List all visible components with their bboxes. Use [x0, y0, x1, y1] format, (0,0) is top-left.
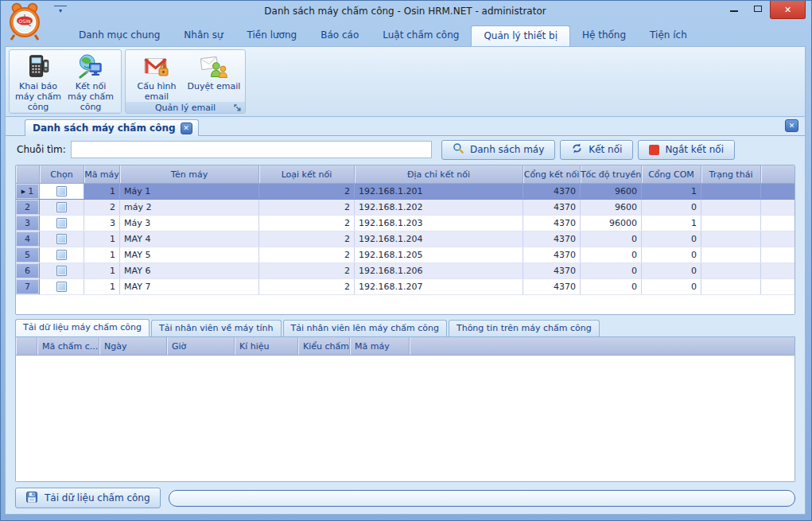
cell-cong-com[interactable]: 0 [642, 279, 701, 294]
cell-loai-ket-noi[interactable]: 2 [259, 200, 355, 215]
cell-dia-chi-ket-noi[interactable]: 192.168.1.206 [355, 263, 523, 278]
cell-loai-ket-noi[interactable]: 2 [259, 279, 355, 294]
cell-dia-chi-ket-noi[interactable]: 192.168.1.203 [355, 216, 523, 231]
ket-noi-may-cham-cong-button[interactable]: Kết nối máy chấm công [64, 52, 117, 112]
ribbon-tab-tien-luong[interactable]: Tiền lương [235, 25, 309, 46]
row-checkbox[interactable] [56, 218, 67, 228]
cell-ma-may[interactable]: 1 [84, 263, 120, 278]
machine-row[interactable]: ▶11Máy 12192.168.1.201437096001 [16, 184, 795, 200]
cell-cong-ket-noi[interactable]: 4370 [523, 263, 581, 278]
cell-dia-chi-ket-noi[interactable]: 192.168.1.201 [355, 184, 523, 199]
cell-ten-may[interactable]: MAY 7 [120, 279, 259, 294]
col-header-dia-chi-ket-noi[interactable]: Địa chỉ kết nối [355, 165, 523, 183]
ngat-ket-noi-button[interactable]: Ngắt kết nối [638, 140, 735, 160]
cell-loai-ket-noi[interactable]: 2 [259, 263, 355, 278]
detail-tab-tai-du-lieu-may-cham-cong[interactable]: Tải dữ liệu máy chấm công [15, 319, 150, 336]
row-checkbox[interactable] [56, 266, 67, 276]
cell-loai-ket-noi[interactable]: 2 [259, 216, 355, 231]
cell-dia-chi-ket-noi[interactable]: 192.168.1.204 [355, 231, 523, 247]
tai-du-lieu-cham-cong-button[interactable]: Tải dữ liệu chấm công [15, 488, 161, 508]
row-checkbox-cell[interactable] [40, 263, 84, 278]
cell-dia-chi-ket-noi[interactable]: 192.168.1.202 [355, 200, 523, 215]
ribbon-tab-he-thong[interactable]: Hệ thống [570, 25, 638, 46]
cell-cong-ket-noi[interactable]: 4370 [523, 184, 581, 199]
row-checkbox-cell[interactable] [40, 231, 84, 247]
cell-ma-may[interactable]: 1 [84, 247, 120, 262]
tab-close-icon[interactable]: ✕ [181, 122, 192, 134]
col-header-ma-may[interactable]: Mã máy [350, 337, 410, 355]
col-header-cong-com[interactable]: Cổng COM [642, 165, 701, 183]
cell-cong-com[interactable]: 0 [642, 263, 701, 278]
col-header-ngay[interactable]: Ngày [99, 337, 167, 355]
row-checkbox[interactable] [56, 186, 67, 196]
machine-row[interactable]: 51MAY 52192.168.1.205437000 [16, 247, 795, 263]
cell-ten-may[interactable]: MAY 5 [120, 247, 259, 262]
cell-loai-ket-noi[interactable]: 2 [259, 184, 355, 199]
cell-dia-chi-ket-noi[interactable]: 192.168.1.205 [355, 247, 523, 262]
detail-tab-tai-nhan-vien-len-may-cham-cong[interactable]: Tải nhân viên lên máy chấm công [283, 320, 447, 336]
cell-loai-ket-noi[interactable]: 2 [259, 247, 355, 262]
ribbon-tab-tien-ich[interactable]: Tiện ích [638, 25, 699, 46]
cell-trang-thai[interactable] [701, 200, 761, 215]
cau-hinh-email-button[interactable]: Cấu hình email [128, 52, 185, 102]
cell-ma-may[interactable]: 2 [84, 200, 120, 215]
row-checkbox-cell[interactable] [40, 200, 84, 215]
col-header-ma-may[interactable]: Mã máy [84, 165, 120, 183]
col-header-toc-do-truyen[interactable]: Tốc độ truyền [581, 165, 642, 183]
machine-row[interactable]: 61MAY 62192.168.1.206437000 [16, 263, 795, 279]
detail-tab-tai-nhan-vien-ve-may-tinh[interactable]: Tải nhân viên về máy tính [151, 320, 282, 336]
cell-toc-do-truyen[interactable]: 9600 [581, 200, 642, 215]
cell-toc-do-truyen[interactable]: 96000 [581, 216, 642, 231]
col-header-trang-thai[interactable]: Trạng thái [701, 165, 761, 183]
ribbon-tab-luat-cham-cong[interactable]: Luật chấm công [371, 25, 471, 46]
cell-cong-com[interactable]: 0 [642, 247, 701, 262]
cell-toc-do-truyen[interactable]: 0 [581, 247, 642, 262]
row-checkbox-cell[interactable] [40, 247, 84, 262]
cell-ma-may[interactable]: 3 [84, 216, 120, 231]
cell-trang-thai[interactable] [701, 279, 761, 294]
cell-cong-com[interactable]: 0 [642, 231, 701, 247]
cell-trang-thai[interactable] [701, 231, 761, 247]
row-checkbox[interactable] [56, 282, 67, 292]
ket-noi-button[interactable]: Kết nối [560, 140, 633, 160]
machine-row[interactable]: 33Máy 32192.168.1.2034370960001 [16, 216, 795, 231]
col-header-kieu-cham[interactable]: Kiểu chấm [298, 337, 350, 355]
panel-close-icon[interactable]: ✕ [785, 119, 798, 132]
cell-cong-ket-noi[interactable]: 4370 [523, 247, 581, 262]
cell-ten-may[interactable]: MAY 4 [120, 231, 259, 247]
ribbon-tab-bao-cao[interactable]: Báo cáo [309, 25, 371, 46]
cell-toc-do-truyen[interactable]: 9600 [581, 184, 642, 199]
col-header-chon[interactable]: Chọn [40, 165, 84, 183]
ribbon-tab-quan-ly-thiet-bi[interactable]: Quản lý thiết bị [471, 25, 570, 46]
cell-trang-thai[interactable] [701, 216, 761, 231]
detail-tab-thong-tin-tren-may-cham-cong[interactable]: Thông tin trên máy chấm công [449, 320, 600, 336]
minimize-button[interactable] [722, 1, 746, 17]
cell-ma-may[interactable]: 1 [84, 184, 120, 199]
col-header-gio[interactable]: Giờ [167, 337, 235, 355]
maximize-button[interactable] [746, 1, 770, 17]
row-checkbox-cell[interactable] [40, 216, 84, 231]
cell-cong-ket-noi[interactable]: 4370 [523, 200, 581, 215]
cell-ten-may[interactable]: Máy 1 [120, 184, 259, 199]
ribbon-tab-nhan-su[interactable]: Nhân sự [172, 25, 235, 46]
row-checkbox-cell[interactable] [40, 279, 84, 294]
cell-cong-com[interactable]: 0 [642, 200, 701, 215]
cell-trang-thai[interactable] [701, 184, 761, 199]
cell-ma-may[interactable]: 1 [84, 231, 120, 247]
cell-toc-do-truyen[interactable]: 0 [581, 279, 642, 294]
cell-toc-do-truyen[interactable]: 0 [581, 231, 642, 247]
machine-row[interactable]: 22máy 22192.168.1.202437096000 [16, 200, 795, 216]
search-input[interactable] [71, 141, 432, 158]
dialog-launcher-icon[interactable] [234, 104, 243, 113]
row-checkbox[interactable] [56, 202, 67, 212]
col-header-loai-ket-noi[interactable]: Loại kết nối [259, 165, 355, 183]
cell-dia-chi-ket-noi[interactable]: 192.168.1.207 [355, 279, 523, 294]
tab-danh-sach-may-cham-cong[interactable]: Danh sách máy chấm công ✕ [25, 119, 199, 136]
row-checkbox[interactable] [56, 250, 67, 260]
cell-toc-do-truyen[interactable]: 0 [581, 263, 642, 278]
cell-cong-com[interactable]: 1 [642, 216, 701, 231]
machine-row[interactable]: 41MAY 42192.168.1.204437000 [16, 231, 795, 247]
row-checkbox-cell[interactable] [40, 184, 84, 199]
col-header-ma-cham-cong[interactable]: Mã chấm c... [37, 337, 99, 355]
col-header-ten-may[interactable]: Tên máy [120, 165, 259, 183]
